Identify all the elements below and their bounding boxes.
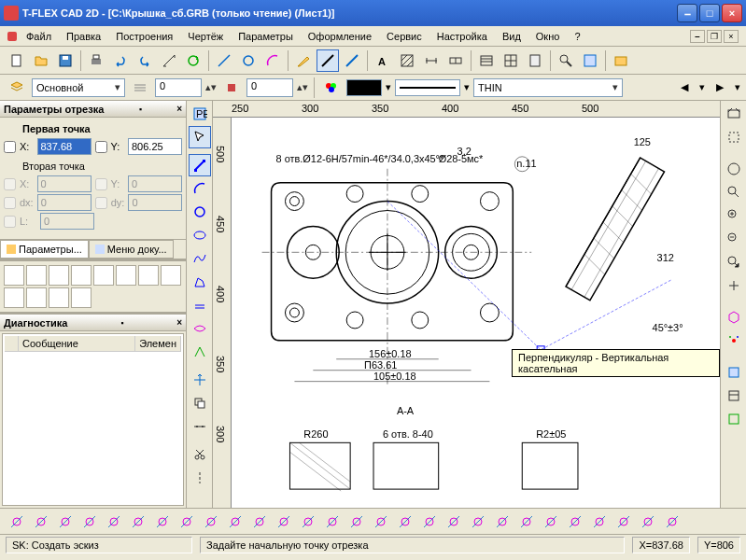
osnap-btn[interactable] — [248, 511, 271, 533]
vtool-axis-icon[interactable] — [189, 467, 211, 489]
osnap-btn[interactable] — [612, 511, 635, 533]
vtool-line-icon[interactable] — [189, 154, 211, 176]
print-icon[interactable] — [85, 49, 107, 72]
osnap-btn[interactable] — [540, 511, 562, 533]
menu-view[interactable]: Вид — [497, 29, 527, 44]
vtool-poly-icon[interactable] — [189, 271, 211, 293]
view-struct-icon[interactable] — [723, 408, 745, 430]
library-icon[interactable] — [610, 49, 632, 72]
osnap-btn[interactable] — [370, 511, 392, 533]
x1-check[interactable] — [4, 141, 16, 153]
osnap-btn[interactable] — [564, 511, 586, 533]
minimize-button[interactable]: ‒ — [677, 4, 697, 22]
arrow-start-icon[interactable]: ◀ — [673, 77, 696, 99]
view-layers-icon[interactable] — [723, 361, 745, 384]
osnap-btn[interactable] — [6, 511, 28, 533]
snap-btn[interactable] — [71, 265, 91, 286]
layer-combo[interactable]: Основной▾ — [32, 78, 125, 97]
vtool-circle-icon[interactable] — [189, 201, 211, 223]
zoom-all-icon[interactable] — [723, 158, 745, 180]
snap-btn[interactable] — [49, 287, 69, 308]
table-icon[interactable] — [475, 49, 498, 72]
view-snap-icon[interactable] — [723, 329, 745, 352]
level-field[interactable]: 0 — [155, 78, 202, 97]
zoom-window-icon[interactable] — [723, 126, 745, 148]
snap-btn[interactable] — [26, 265, 47, 286]
snap-btn[interactable] — [93, 265, 114, 286]
menu-file[interactable]: Файл — [21, 29, 57, 44]
osnap-btn[interactable] — [321, 511, 344, 533]
level-icon[interactable] — [129, 77, 151, 99]
tolerance-icon[interactable] — [444, 49, 467, 72]
osnap-btn[interactable] — [394, 511, 416, 533]
color-icon[interactable] — [320, 77, 343, 99]
zoom-sel-icon[interactable] — [723, 181, 745, 203]
osnap-btn[interactable] — [224, 511, 246, 533]
props-icon[interactable] — [579, 49, 601, 72]
tab-menu[interactable]: Меню доку... — [89, 240, 174, 259]
redo-icon[interactable] — [134, 49, 156, 72]
osnap-btn[interactable] — [30, 511, 52, 533]
line-icon[interactable] — [213, 49, 235, 72]
view-3d-icon[interactable] — [723, 306, 745, 329]
sketch-icon[interactable] — [292, 49, 315, 72]
osnap-btn[interactable] — [297, 511, 319, 533]
vtool-select-icon[interactable] — [189, 126, 211, 148]
priority-icon[interactable] — [220, 77, 243, 99]
maximize-button[interactable]: □ — [699, 4, 720, 22]
vtool-ellipse-icon[interactable] — [189, 224, 211, 246]
osnap-btn[interactable] — [637, 511, 659, 533]
measure-icon[interactable] — [158, 49, 180, 72]
mdi-minimize[interactable]: ‒ — [690, 30, 705, 43]
panel-pin-icon[interactable]: ▪ — [120, 318, 123, 328]
zoom-extents-icon[interactable] — [723, 103, 745, 125]
drawing-canvas[interactable]: 156±0.18 П63.61 105±0.18 8 отв.Ø12-6H/57… — [232, 118, 720, 508]
menu-constructions[interactable]: Построения — [110, 29, 178, 44]
text-icon[interactable]: A — [372, 49, 394, 72]
y1-check[interactable] — [95, 141, 107, 153]
new-icon[interactable] — [6, 49, 28, 72]
x1-field[interactable] — [37, 138, 91, 155]
vtool-esc-icon[interactable]: PE — [189, 103, 211, 125]
arrow-end-icon[interactable]: ▶ — [709, 77, 731, 99]
osnap-btn[interactable] — [467, 511, 489, 533]
osnap-btn[interactable] — [345, 511, 368, 533]
snap-btn[interactable] — [26, 287, 47, 308]
snap-btn[interactable] — [4, 265, 24, 286]
layers-icon[interactable] — [6, 77, 28, 99]
vtool-offset-icon[interactable] — [189, 294, 211, 316]
open-icon[interactable] — [30, 49, 52, 72]
y1-field[interactable] — [128, 138, 182, 155]
panel-close-icon[interactable]: × — [176, 104, 182, 114]
menu-help[interactable]: ? — [569, 29, 585, 44]
snap-btn[interactable] — [138, 265, 159, 286]
osnap-btn[interactable] — [200, 511, 222, 533]
refresh-icon[interactable] — [182, 49, 204, 72]
snap-btn[interactable] — [49, 265, 69, 286]
menu-window[interactable]: Окно — [530, 29, 566, 44]
osnap-btn[interactable] — [443, 511, 465, 533]
linetype-combo[interactable]: THIN▾ — [473, 78, 623, 97]
snap-btn[interactable] — [4, 287, 24, 308]
segment-icon[interactable] — [317, 49, 339, 72]
arc-icon[interactable] — [261, 49, 284, 72]
highlight-icon[interactable] — [341, 49, 363, 72]
vtool-func-icon[interactable] — [189, 317, 211, 340]
menu-parameters[interactable]: Параметры — [232, 29, 299, 44]
zoom-out-icon[interactable] — [723, 228, 745, 250]
osnap-btn[interactable] — [418, 511, 441, 533]
osnap-btn[interactable] — [151, 511, 174, 533]
hatch-icon[interactable] — [396, 49, 418, 72]
panel-pin-icon[interactable]: ▪ — [139, 105, 142, 114]
vtool-divide-icon[interactable] — [189, 415, 211, 438]
osnap-btn[interactable] — [515, 511, 538, 533]
osnap-btn[interactable] — [78, 511, 101, 533]
osnap-btn[interactable] — [176, 511, 198, 533]
view-props-icon[interactable] — [723, 385, 745, 407]
mdi-close[interactable]: × — [724, 30, 739, 43]
mdi-restore[interactable]: ❐ — [707, 30, 722, 43]
menu-design[interactable]: Оформление — [303, 29, 377, 44]
color-swatch[interactable] — [346, 79, 382, 96]
zoom-in-icon[interactable] — [723, 204, 745, 227]
osnap-btn[interactable] — [588, 511, 611, 533]
